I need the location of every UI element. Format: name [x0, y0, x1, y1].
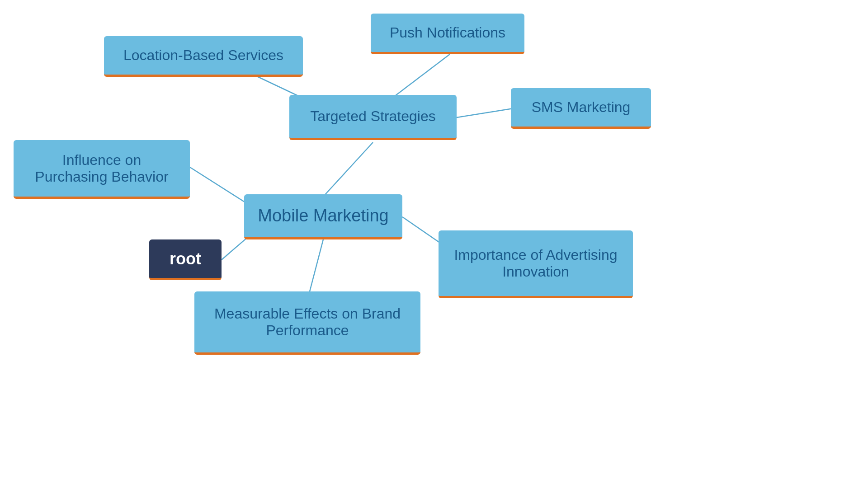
importance-label: Importance of Advertising Innovation [451, 247, 620, 280]
push-notifications-label: Push Notifications [390, 24, 505, 41]
targeted-strategies-node: Targeted Strategies [289, 95, 457, 140]
targeted-strategies-label: Targeted Strategies [310, 108, 436, 125]
measurable-label: Measurable Effects on Brand Performance [207, 305, 408, 339]
location-based-node: Location-Based Services [104, 36, 303, 77]
mobile-marketing-node: Mobile Marketing [244, 194, 402, 239]
root-node: root [149, 239, 222, 280]
svg-line-1 [323, 142, 373, 197]
svg-line-3 [393, 54, 450, 97]
influence-label: Influence on Purchasing Behavior [26, 152, 177, 185]
root-label: root [170, 249, 201, 268]
svg-line-7 [310, 239, 323, 291]
mobile-marketing-label: Mobile Marketing [258, 206, 388, 225]
sms-marketing-node: SMS Marketing [511, 88, 651, 129]
measurable-node: Measurable Effects on Brand Performance [194, 291, 420, 355]
influence-node: Influence on Purchasing Behavior [14, 140, 190, 199]
location-based-label: Location-Based Services [123, 47, 283, 64]
svg-line-4 [457, 108, 513, 117]
importance-node: Importance of Advertising Innovation [439, 230, 633, 298]
push-notifications-node: Push Notifications [371, 14, 524, 54]
sms-marketing-label: SMS Marketing [532, 99, 631, 116]
